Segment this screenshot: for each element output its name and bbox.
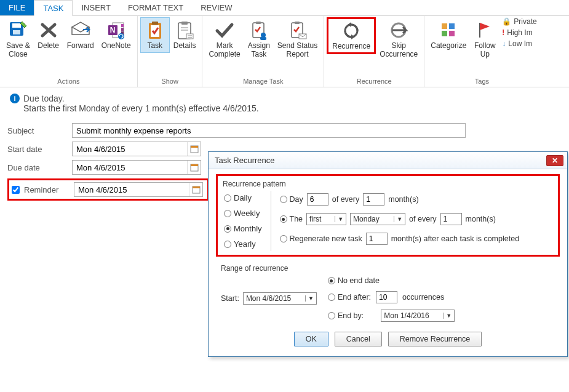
high-importance-icon: ! (502, 28, 504, 37)
recurrence-pattern-title: Recurrence pattern (223, 180, 553, 188)
save-close-label: Save & Close (6, 42, 30, 59)
svg-rect-5 (121, 28, 124, 31)
subject-label: Subject (7, 126, 72, 135)
delete-icon (38, 20, 59, 41)
tab-format-text[interactable]: FORMAT TEXT (119, 0, 192, 15)
row-subject: Subject (7, 123, 564, 138)
skip-occurrence-button[interactable]: Skip Occurrence (376, 17, 421, 62)
reminder-checkbox[interactable] (12, 186, 20, 194)
task-button[interactable]: Task (140, 17, 170, 53)
assign-task-icon (249, 20, 269, 41)
forward-icon (70, 20, 91, 41)
pattern-options: Day of every month(s) The first▼ Monday▼… (271, 191, 553, 209)
every-month-input-1[interactable] (363, 193, 384, 206)
reminder-label: Reminder (9, 184, 74, 196)
group-manage-label: Manage Task (205, 76, 321, 87)
reminder-date-input[interactable] (74, 183, 189, 196)
follow-up-button[interactable]: Follow Up (470, 17, 499, 62)
due-date-input[interactable] (73, 161, 187, 174)
send-status-button[interactable]: Send Status Report (274, 17, 321, 62)
dialog-titlebar: Task Recurrence ✕ (209, 152, 567, 169)
svg-rect-31 (449, 31, 455, 36)
pattern-day-radio[interactable]: Day (280, 195, 303, 204)
categorize-label: Categorize (431, 42, 466, 50)
group-recurrence-label: Recurrence (327, 76, 421, 87)
reminder-date-field[interactable] (74, 182, 203, 197)
task-label: Task (147, 42, 162, 50)
checkmark-icon (214, 20, 235, 41)
onenote-icon: N (106, 20, 127, 41)
low-importance-icon: ↓ (502, 39, 506, 48)
dialog-close-button[interactable]: ✕ (546, 155, 563, 166)
delete-label: Delete (38, 42, 59, 50)
svg-rect-21 (256, 22, 261, 24)
group-recurrence: Recurrence Skip Occurrence Recurrence (324, 16, 424, 87)
recurrence-label: Recurrence (332, 42, 370, 51)
day-number-input[interactable] (307, 193, 328, 206)
forward-button[interactable]: Forward (63, 17, 98, 53)
private-toggle[interactable]: 🔒Private (502, 17, 536, 26)
tab-insert[interactable]: INSERT (73, 0, 119, 15)
svg-rect-23 (260, 37, 266, 40)
low-importance-toggle[interactable]: ↓Low Im (502, 39, 536, 48)
high-importance-toggle[interactable]: !High Im (502, 28, 536, 37)
tab-bar: FILE TASK INSERT FORMAT TEXT REVIEW (0, 0, 569, 16)
svg-rect-2 (13, 30, 20, 34)
info-bar: iDue today. Starts the first Monday of e… (0, 87, 569, 117)
onenote-button[interactable]: N OneNote (98, 17, 135, 53)
skip-icon (388, 20, 409, 41)
calendar-icon[interactable] (187, 142, 201, 156)
categorize-button[interactable]: Categorize (427, 17, 470, 53)
group-manage-task: Mark Complete Assign Task Send Status Re… (202, 16, 324, 87)
details-button[interactable]: Details (170, 17, 200, 53)
send-status-icon (287, 20, 308, 41)
svg-rect-1 (12, 23, 21, 28)
save-icon (7, 20, 28, 41)
info-line1: Due today. (23, 94, 65, 103)
follow-up-label: Follow Up (474, 42, 496, 59)
due-date-field[interactable] (72, 160, 201, 175)
task-recurrence-dialog: Task Recurrence ✕ Recurrence pattern Dai… (208, 151, 568, 209)
start-date-field[interactable] (72, 142, 201, 156)
frequency-column: Daily Weekly Monthly Yearly (223, 191, 271, 209)
calendar-icon[interactable] (187, 161, 201, 174)
svg-rect-35 (191, 164, 198, 166)
row-reminder: Reminder (7, 178, 209, 201)
group-show: Task Details Show (138, 16, 203, 87)
skip-label: Skip Occurrence (380, 42, 418, 59)
assign-task-button[interactable]: Assign Task (244, 17, 274, 62)
group-actions-label: Actions (2, 76, 135, 87)
delete-button[interactable]: Delete (34, 17, 63, 53)
details-label: Details (173, 42, 196, 50)
recurrence-button[interactable]: Recurrence (327, 17, 376, 54)
svg-rect-28 (442, 23, 447, 29)
svg-rect-17 (186, 34, 193, 39)
due-date-label: Due date (7, 163, 72, 172)
freq-daily-radio[interactable]: Daily (224, 193, 262, 202)
tags-mini-list: 🔒Private !High Im ↓Low Im (499, 17, 536, 48)
categorize-icon (438, 20, 459, 41)
svg-rect-14 (181, 22, 188, 25)
mark-complete-button[interactable]: Mark Complete (205, 17, 244, 62)
lock-icon: 🔒 (502, 17, 511, 26)
flag-icon (474, 20, 495, 41)
recurrence-icon (341, 20, 362, 41)
details-clipboard-icon (174, 20, 195, 41)
calendar-icon[interactable] (189, 183, 202, 196)
freq-weekly-radio[interactable]: Weekly (224, 209, 262, 209)
dialog-title: Task Recurrence (215, 156, 546, 165)
svg-text:N: N (109, 26, 115, 34)
start-date-input[interactable] (73, 142, 187, 156)
svg-rect-33 (191, 146, 198, 148)
tab-task[interactable]: TASK (34, 0, 73, 16)
svg-rect-4 (121, 24, 124, 27)
subject-input[interactable] (72, 123, 466, 138)
assign-task-label: Assign Task (248, 42, 270, 59)
save-close-button[interactable]: Save & Close (2, 17, 34, 62)
group-actions: Save & Close Delete Forward N OneNote (0, 16, 138, 87)
tab-review[interactable]: REVIEW (192, 0, 241, 15)
start-date-label: Start date (7, 145, 72, 154)
tab-file[interactable]: FILE (0, 0, 34, 15)
recurrence-pattern-fieldset: Recurrence pattern Daily Weekly Monthly … (216, 174, 560, 209)
group-show-label: Show (140, 76, 200, 87)
